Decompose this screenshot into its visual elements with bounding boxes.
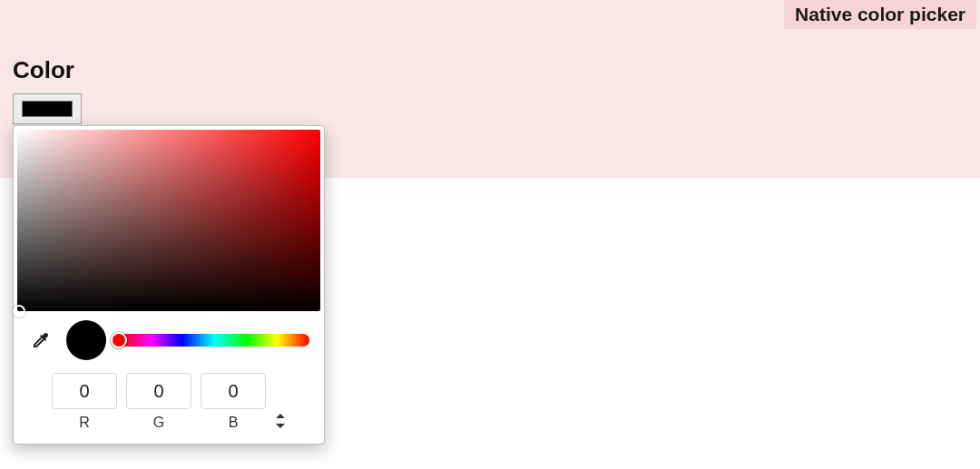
hue-slider-thumb xyxy=(111,332,127,348)
channel-input-r[interactable] xyxy=(52,373,117,409)
color-preview-circle xyxy=(66,320,106,360)
chevron-updown-icon xyxy=(275,414,286,428)
channel-label-g: G xyxy=(153,415,164,431)
panel-badge: Native color picker xyxy=(784,0,976,29)
channel-label-r: R xyxy=(79,415,90,431)
color-picker-popover: R G B xyxy=(13,125,325,445)
hue-slider[interactable] xyxy=(119,334,309,347)
color-input-swatch[interactable] xyxy=(13,93,82,124)
channel-col-r: R xyxy=(52,373,117,431)
channel-label-b: B xyxy=(229,415,239,431)
eyedropper-icon xyxy=(30,329,52,351)
channel-input-g[interactable] xyxy=(126,373,191,409)
field-label: Color xyxy=(13,56,971,84)
channel-inputs-row: R G B xyxy=(17,364,320,431)
format-toggle-button[interactable] xyxy=(275,411,286,431)
saturation-value-panel[interactable] xyxy=(17,130,320,311)
eyedropper-button[interactable] xyxy=(28,327,54,353)
channel-col-b: B xyxy=(201,373,266,431)
channel-col-g: G xyxy=(126,373,191,431)
picker-middle-row xyxy=(17,311,320,364)
color-swatch-preview xyxy=(22,101,73,117)
channel-input-b[interactable] xyxy=(201,373,266,409)
